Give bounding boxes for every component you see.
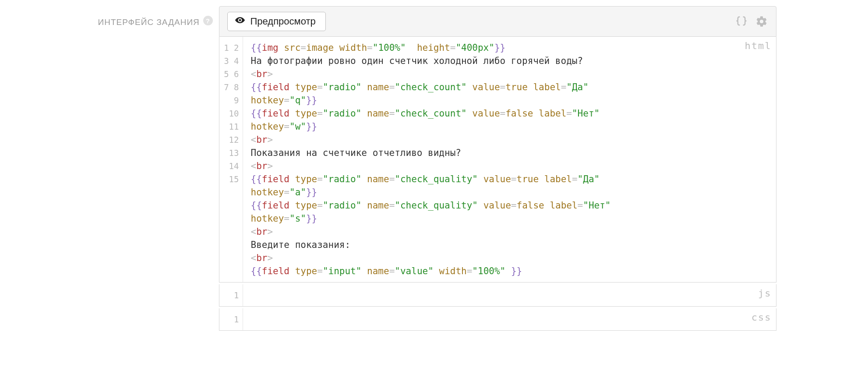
section-title: ИНТЕРФЕЙС ЗАДАНИЯ ?	[92, 6, 219, 378]
code-area[interactable]	[243, 308, 776, 330]
code-area[interactable]	[243, 284, 776, 306]
code-area[interactable]: {{img src=image width="100%" height="400…	[243, 37, 776, 282]
language-badge-css: css	[752, 312, 772, 323]
line-gutter: 1	[219, 284, 243, 306]
preview-button-label: Предпросмотр	[251, 16, 316, 27]
language-badge-js: js	[758, 288, 772, 299]
js-editor[interactable]: js 1	[219, 284, 776, 307]
section-title-text: ИНТЕРФЕЙС ЗАДАНИЯ	[98, 18, 200, 27]
gear-icon[interactable]	[755, 15, 768, 28]
preview-button[interactable]: Предпросмотр	[227, 12, 326, 31]
line-gutter: 1	[219, 308, 243, 330]
line-gutter: 1 2 3 4 5 6 7 8 9 10 11 12 13 14 15	[219, 37, 243, 282]
css-editor[interactable]: css 1	[219, 308, 776, 331]
html-editor[interactable]: html 1 2 3 4 5 6 7 8 9 10 11 12 13 14 15…	[219, 37, 776, 283]
language-badge-html: html	[745, 40, 772, 51]
task-interface-panel: Предпросмотр html 1 2 3 4 5 6 7 8 9 10 1…	[219, 6, 776, 378]
editor-toolbar: Предпросмотр	[219, 6, 776, 37]
help-icon[interactable]: ?	[203, 16, 213, 25]
braces-icon[interactable]	[735, 15, 748, 28]
eye-icon	[235, 15, 245, 28]
